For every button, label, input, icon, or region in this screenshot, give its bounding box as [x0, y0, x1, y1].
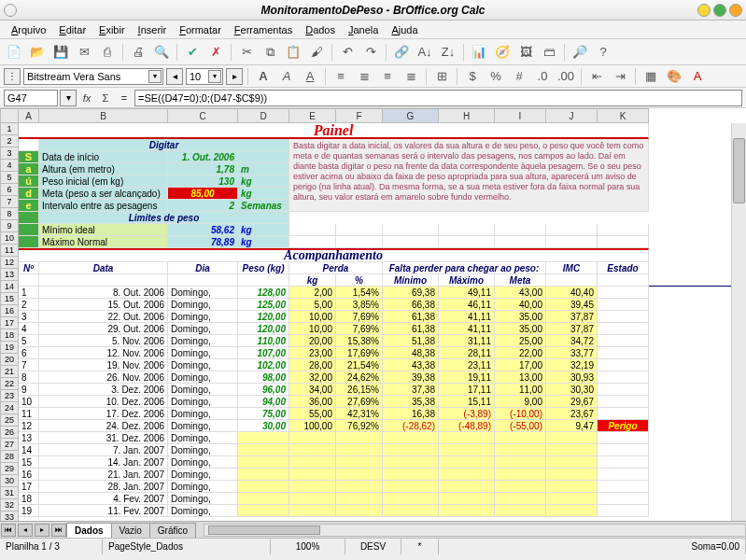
row-imc[interactable]: 37,87	[546, 311, 598, 323]
row-day[interactable]: Domingo,	[168, 311, 238, 323]
input-label[interactable]: Altura (em metro)	[39, 163, 168, 175]
scroll-thumb[interactable]	[733, 138, 745, 203]
row-kg[interactable]: 28,00	[289, 359, 336, 371]
cell[interactable]	[439, 224, 495, 236]
zoom-button[interactable]: 🔎	[570, 42, 590, 63]
row-no[interactable]: 14	[19, 444, 39, 456]
input-value[interactable]: 2	[168, 200, 238, 212]
row-meta[interactable]: 43,00	[495, 287, 546, 299]
row-meta[interactable]: 40,00	[495, 299, 546, 311]
col-header-J[interactable]: J	[546, 108, 598, 123]
row-estado[interactable]	[598, 493, 649, 505]
row-min[interactable]: 51,38	[383, 335, 439, 347]
saude-letter[interactable]: e	[19, 200, 39, 212]
row-day[interactable]: Domingo,	[168, 287, 238, 299]
row-min[interactable]: 43,38	[383, 359, 439, 371]
col-header-K[interactable]: K	[598, 108, 649, 123]
hdr-min[interactable]: Mínimo	[383, 274, 439, 287]
chart-button[interactable]: 📊	[469, 42, 489, 63]
row-date[interactable]: 4. Fev. 2007	[39, 493, 168, 505]
row-header-31[interactable]: 31	[0, 487, 19, 499]
input-value[interactable]: 1. Out. 2006	[168, 151, 238, 163]
help-button[interactable]: ?	[593, 42, 613, 63]
row-max[interactable]	[439, 444, 495, 456]
menu-arquivo[interactable]: Arquivo	[6, 22, 51, 37]
row-imc[interactable]: 37,87	[546, 323, 598, 335]
row-max[interactable]: 41,11	[439, 311, 495, 323]
unit[interactable]: m	[238, 163, 289, 175]
row-kg[interactable]: 36,00	[289, 396, 336, 408]
row-header-13[interactable]: 13	[0, 269, 19, 281]
row-imc[interactable]	[546, 444, 598, 456]
row-header-20[interactable]: 20	[0, 354, 19, 366]
row-min[interactable]: 61,38	[383, 323, 439, 335]
row-peso[interactable]: 125,00	[238, 299, 289, 311]
limites-header[interactable]: Limites de peso	[39, 212, 289, 224]
maximize-button[interactable]	[713, 4, 726, 17]
close-button[interactable]	[729, 4, 742, 17]
row-no[interactable]: 12	[19, 420, 39, 432]
row-pct[interactable]	[336, 456, 383, 469]
row-pct[interactable]	[336, 444, 383, 456]
formatpaint-button[interactable]: 🖌	[306, 42, 327, 63]
number-button[interactable]: #	[509, 66, 529, 87]
font-next[interactable]: ▸	[226, 68, 243, 85]
align-center-button[interactable]: ≣	[354, 66, 374, 87]
fontcolor-button[interactable]: A	[687, 66, 708, 87]
row-no[interactable]: 3	[19, 311, 39, 323]
row-date[interactable]: 12. Nov. 2006	[39, 347, 168, 359]
row-day[interactable]: Domingo,	[168, 396, 238, 408]
row-header-7[interactable]: 7	[0, 196, 19, 208]
row-day[interactable]: Domingo,	[168, 444, 238, 456]
row-header-9[interactable]: 9	[0, 220, 19, 232]
row-min[interactable]	[383, 481, 439, 493]
input-label[interactable]: Intervalo entre as pesagens	[39, 200, 168, 212]
hyperlink-button[interactable]: 🔗	[391, 42, 412, 63]
paste-button[interactable]: 📋	[283, 42, 303, 63]
row-day[interactable]: Domingo,	[168, 323, 238, 335]
status-zoom[interactable]: 100%	[271, 539, 345, 554]
italic-button[interactable]: A	[276, 66, 297, 87]
gallery-button[interactable]: 🖼	[515, 42, 536, 63]
dec-inc-button[interactable]: .0	[532, 66, 553, 87]
col-header-A[interactable]: A	[19, 108, 39, 123]
menu-exibir[interactable]: Exibir	[93, 22, 131, 37]
meta-value[interactable]: 85,00	[168, 188, 238, 200]
justify-button[interactable]: ≣	[401, 66, 421, 87]
unit[interactable]: Semanas	[238, 200, 289, 212]
row-min[interactable]	[383, 444, 439, 456]
row-kg[interactable]	[289, 432, 336, 444]
row-day[interactable]: Domingo,	[168, 493, 238, 505]
row-estado[interactable]	[598, 287, 649, 299]
email-button[interactable]: ✉	[74, 42, 94, 63]
row-meta[interactable]	[495, 432, 546, 444]
row-imc[interactable]: 30,93	[546, 371, 598, 384]
row-imc[interactable]: 9,47	[546, 420, 598, 432]
limit-value[interactable]: 58,62	[168, 224, 238, 236]
row-min[interactable]: 48,38	[383, 347, 439, 359]
row-peso[interactable]: 120,00	[238, 311, 289, 323]
row-header-26[interactable]: 26	[0, 427, 19, 439]
border-button[interactable]: ▦	[640, 66, 661, 87]
row-day[interactable]: Domingo,	[168, 432, 238, 444]
row-no[interactable]: 5	[19, 335, 39, 347]
status-mode[interactable]: DESV	[345, 539, 401, 554]
row-header-14[interactable]: 14	[0, 281, 19, 293]
cell[interactable]	[546, 274, 598, 287]
row-kg[interactable]: 100,00	[289, 420, 336, 432]
cell[interactable]	[495, 236, 546, 248]
row-min[interactable]	[383, 456, 439, 469]
minimize-button[interactable]	[697, 4, 711, 17]
row-day[interactable]: Domingo,	[168, 469, 238, 481]
row-header-3[interactable]: 3	[0, 147, 19, 160]
styles-button[interactable]: ⋮	[4, 68, 21, 85]
row-header-4[interactable]: 4	[0, 160, 19, 172]
row-header-32[interactable]: 32	[0, 499, 19, 511]
row-estado[interactable]	[598, 469, 649, 481]
row-day[interactable]: Domingo,	[168, 481, 238, 493]
row-no[interactable]: 10	[19, 396, 39, 408]
cell[interactable]	[289, 224, 336, 236]
cell[interactable]	[598, 274, 649, 287]
cell[interactable]	[238, 274, 289, 287]
row-imc[interactable]	[546, 456, 598, 469]
